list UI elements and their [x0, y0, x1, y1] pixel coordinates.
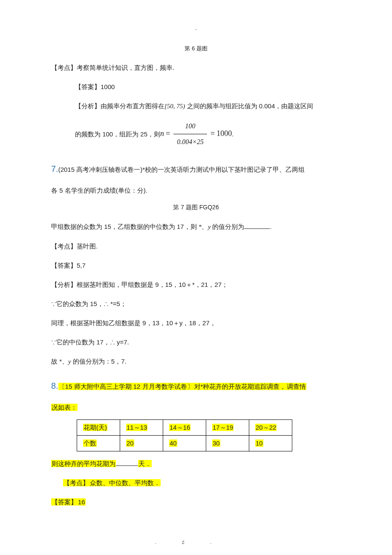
q7-l4-text: ∵它的中位数为 17，∴ y=7.: [51, 338, 129, 346]
q7-analysis-l3: 同理，根据茎叶图知乙组数据是 9，13，10＋y，18，27，: [51, 316, 341, 330]
page-header-marker: -: [51, 26, 341, 33]
q7-figure-caption: 第 7 题图 FGQ26: [51, 202, 341, 212]
answer-label: 【答案】: [51, 262, 77, 269]
table-row: 花期(天) 11～13 14～16 17～19 20～22: [77, 420, 292, 436]
answer-value: 16: [78, 498, 86, 506]
document-page: - 第 6 题图 【考点】考察简单统计知识，直方图，频率. 【答案】1000 【…: [0, 0, 392, 555]
kaodian-label: 【考点】: [63, 479, 89, 486]
q6-kaodian: 【考点】考察简单统计知识，直方图，频率.: [51, 61, 341, 75]
q7-kaodian: 【考点】茎叶图.: [51, 239, 341, 253]
q7-l5-var: y: [68, 358, 71, 365]
question-text-b: 调查情: [286, 383, 306, 390]
table-cell: 30: [212, 439, 220, 447]
q8-conclusion: 则这种卉的平均花期为天．: [51, 457, 341, 471]
kaodian-content: 茎叶图.: [77, 243, 98, 250]
q7-stem-line2: 各 5 名学生的听力成绩(单位：分).: [51, 183, 341, 197]
table-cell: 20～22: [255, 424, 277, 431]
q8-data-table: 花期(天) 11～13 14～16 17～19 20～22 个数 20 40 3…: [77, 419, 292, 451]
q7-analysis-l2: ∵它的众数为 15，∴ *=5；: [51, 297, 341, 311]
analysis-text-a: 由频率分布直方图得在: [101, 102, 164, 110]
fill-blank: [116, 465, 138, 466]
q7-l5-c: 的值分别为：5，7.: [71, 358, 127, 365]
analysis-text-c: 的频数为 100，组距为 25，则: [75, 127, 160, 141]
question-text-a: 对*种花卉的开放花期追踪调查，: [194, 383, 287, 390]
question-text-c: 况如表：: [51, 404, 78, 411]
q7-analysis-l5: 故 *、y 的值分别为：5，7.: [51, 354, 341, 369]
table-cell: 14～16: [169, 424, 190, 431]
question-source: 〔15 师大附中高三上学期 12 月月考数学试卷〕: [58, 383, 194, 390]
table-cell: 11～13: [126, 424, 147, 431]
table-cell: 17～19: [212, 424, 233, 431]
table-cell: 个数: [83, 439, 97, 447]
answer-label: 【答案】: [75, 83, 101, 90]
table-cell: 花期(天): [83, 424, 107, 431]
interval: [50, 75): [164, 103, 185, 110]
table-row: 个数 20 40 30 10: [77, 436, 292, 451]
q6-analysis-line2: 的频数为 100，组距为 25，则 n = 100 0.004×25 = 100…: [75, 119, 341, 149]
kaodian-label: 【考点】: [51, 64, 77, 71]
concl-b: 天．: [138, 460, 152, 467]
q7-answer: 【答案】5,7: [51, 258, 341, 272]
footer-left: .: [155, 539, 182, 545]
q7-text-c2: 的值分别为: [212, 223, 244, 230]
answer-label: 【答案】: [51, 498, 78, 506]
q8-stem-line1: 8.〔15 师大附中高三上学期 12 月月考数学试卷〕对*种花卉的开放花期追踪调…: [51, 376, 341, 395]
formula-result: 1000: [216, 125, 232, 142]
q6-analysis-line1: 【分析】由频率分布直方图得在[50, 75) 之间的频率与组距比值为 0.004…: [75, 99, 341, 113]
q7-analysis-l1: 【分析】根据茎叶图知，甲组数据是 9，15，10＋*，21，27；: [51, 278, 341, 292]
footer-right: z.: [182, 539, 237, 545]
formula-var: n: [160, 125, 164, 142]
fraction-numerator: 100: [182, 119, 199, 133]
q7-l5-a: 故 *、: [51, 358, 68, 365]
kaodian-content: 考察简单统计知识，直方图，频率.: [77, 64, 174, 71]
q8-answer: 【答案】16: [51, 495, 341, 509]
table-cell: 10: [255, 439, 263, 447]
analysis-text-b: 之间的频率与组距比值为 0.004，由题这区间: [187, 102, 314, 110]
analysis-text: 根据茎叶图知，甲组数据是 9，15，10＋*，21，27；: [77, 281, 228, 288]
q7-stem-line1: 7.(2015 高考冲刺压轴卷试卷一)*校的一次英语听力测试中用以下茎叶图记录了…: [51, 159, 341, 178]
q8-stem-line2: 况如表：: [51, 400, 341, 414]
q6-answer: 【答案】1000: [75, 80, 341, 94]
page-footer: .z.: [0, 538, 392, 546]
q6-figure-caption: 第 6 题图: [51, 44, 341, 53]
q7-text-c1: 甲组数据的众数为 15，乙组数据的中位数为 17，则: [51, 223, 197, 230]
kaodian-content: 众数、中位数、平均数．: [89, 479, 161, 486]
q8-kaodian: 【考点】众数、中位数、平均数．: [63, 476, 341, 490]
kaodian-label: 【考点】: [51, 243, 77, 250]
question-text-a: *校的一次英语听力测试中用以下茎叶图记录了甲、乙两组: [142, 166, 305, 173]
answer-value: 1000: [101, 83, 115, 90]
q7-stem-line3: 甲组数据的众数为 15，乙组数据的中位数为 17，则 *、y 的值分别为.: [51, 220, 341, 234]
formula: n = 100 0.004×25 = 1000: [160, 119, 232, 149]
concl-a: 则这种卉的平均花期为: [51, 460, 116, 467]
q7-analysis-l4: ∵它的中位数为 17，∴ y=7.: [51, 335, 341, 349]
analysis-label: 【分析】: [75, 102, 101, 110]
q7-l3-text: 同理，根据茎叶图知乙组数据是 9，13，10＋y，18，27，: [51, 319, 216, 327]
question-number: 7.: [51, 164, 58, 173]
q7-vars: *、y: [197, 223, 213, 230]
analysis-label: 【分析】: [51, 281, 77, 288]
answer-value: 5,7: [77, 262, 86, 269]
fraction-denominator: 0.004×25: [173, 134, 207, 149]
table-cell: 20: [126, 439, 134, 447]
fraction: 100 0.004×25: [173, 119, 207, 149]
table-cell: 40: [169, 439, 177, 447]
question-source: (2015 高考冲刺压轴卷试卷一): [58, 166, 143, 173]
fill-blank: [244, 228, 270, 229]
question-number: 8.: [51, 381, 58, 390]
